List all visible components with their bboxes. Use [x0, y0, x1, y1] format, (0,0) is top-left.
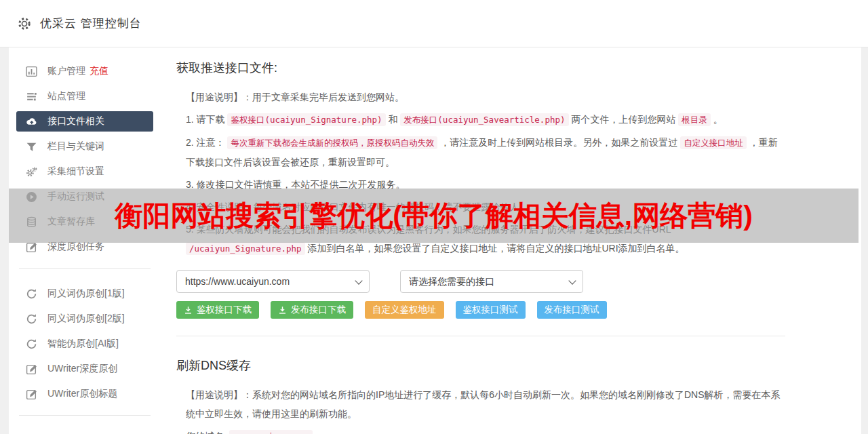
button-label: 鉴权接口测试 — [463, 304, 518, 316]
sidebar-item-ai-rewrite[interactable]: 智能伪原创[AI版] — [16, 334, 153, 354]
top-navbar: 优采云 管理控制台 — [0, 0, 868, 47]
database-icon — [26, 216, 37, 228]
gear-icon — [17, 16, 32, 31]
publish-interface-download-button[interactable]: 发布接口下载 — [271, 301, 353, 319]
bar-chart-icon — [26, 66, 37, 77]
download-icon — [184, 306, 193, 315]
section-divider — [176, 336, 785, 336]
sidebar-item-columns-keywords[interactable]: 栏目与关键词 — [16, 136, 153, 157]
auth-interface-test-button[interactable]: 鉴权接口测试 — [456, 301, 526, 319]
sidebar-divider — [19, 415, 151, 416]
sidebar-item-label: 手动运行测试 — [47, 191, 104, 203]
step-1: 1. 请下载 鉴权接口(ucaiyun_Signature.php) 和 发布接… — [186, 110, 785, 130]
button-label: 自定义鉴权地址 — [372, 304, 437, 316]
auth-interface-download-button[interactable]: 鉴权接口下载 — [176, 301, 259, 319]
api-select-wrap: 请选择您需要的接口 — [400, 270, 583, 293]
cloud-upload-icon — [26, 116, 37, 127]
sidebar-item-account[interactable]: 账户管理 充值 — [16, 61, 153, 81]
play-circle-icon — [26, 191, 37, 203]
sidebar-item-label: 智能伪原创[AI版] — [47, 338, 119, 350]
section-title-interface: 获取推送接口文件: — [176, 60, 785, 76]
select-row: https://www.ucaiyun.com 请选择您需要的接口 — [176, 270, 785, 293]
sidebar-item-uwriter-title[interactable]: UWriter原创标题 — [16, 384, 153, 404]
sidebar-item-label: 同义词伪原创[1版] — [47, 288, 125, 300]
dns-usage-note: 【用途说明】：系统对您的网站域名所指向的IP地址进行了缓存，默认每6小时自动刷新… — [186, 385, 785, 423]
custom-auth-address-button[interactable]: 自定义鉴权地址 — [365, 301, 444, 319]
sidebar-item-synonym-v2[interactable]: 同义词伪原创[2版] — [16, 309, 153, 329]
step-3: 3. 修改接口文件请慎重，本站不提供二次开发服务。 — [186, 175, 785, 194]
step-2: 2. 注意： 每次重新下载都会生成新的授权码，原授权码自动失效 ，请注意及时上传… — [186, 133, 785, 172]
sidebar-item-synonym-v1[interactable]: 同义词伪原创[1版] — [16, 283, 153, 304]
app-title: 优采云 管理控制台 — [40, 16, 142, 31]
sidebar-item-manual-test[interactable]: 手动运行测试 — [16, 186, 153, 207]
sidebar-item-label: 站点管理 — [47, 90, 85, 102]
refresh-icon — [26, 288, 37, 300]
site-select-wrap: https://www.ucaiyun.com — [176, 270, 370, 293]
api-select[interactable]: 请选择您需要的接口 — [400, 270, 583, 293]
section-title-dns: 刷新DNS缓存 — [176, 357, 785, 374]
funnel-icon — [26, 141, 37, 153]
pen-square-icon — [26, 363, 37, 375]
sidebar-item-label: UWriter深度原创 — [47, 363, 117, 375]
sidebar-item-label: 接口文件相关 — [47, 115, 104, 127]
usage-note: 【用途说明】：用于文章采集完毕后发送到您网站。 — [186, 87, 785, 106]
sidebar-item-collection-settings[interactable]: 采集细节设置 — [16, 161, 153, 182]
sidebar-item-uwriter-deep[interactable]: UWriter深度原创 — [16, 359, 153, 379]
button-label: 发布接口测试 — [545, 304, 599, 316]
sidebar: 账户管理 充值 站点管理 接口文件相关 栏目与关键词 采集细节设置 — [9, 47, 168, 434]
button-row: 鉴权接口下载 发布接口下载 自定义鉴权地址 鉴权接口测试 发布接口测试 — [176, 301, 785, 319]
sidebar-divider — [19, 268, 151, 269]
publish-interface-test-button[interactable]: 发布接口测试 — [537, 301, 607, 319]
sidebar-item-public-lexicon[interactable]: 公有词库查询 — [16, 431, 153, 434]
step-4: 4. 安全性说明：每个域名对应的接口文件内有唯一的授权码，请不要泄露给他人。 — [186, 197, 785, 216]
pen-square-icon — [26, 389, 37, 400]
sidebar-item-label: 文章暂存库 — [47, 216, 95, 228]
download-icon — [278, 306, 287, 315]
sidebar-item-label: 采集细节设置 — [47, 165, 104, 178]
sidebar-item-label: UWriter原创标题 — [47, 388, 117, 400]
main-content: 获取推送接口文件: 【用途说明】：用于文章采集完毕后发送到您网站。 1. 请下载… — [168, 47, 861, 434]
button-label: 鉴权接口下载 — [197, 304, 252, 316]
site-select[interactable]: https://www.ucaiyun.com — [176, 270, 370, 293]
step-5: 5. 某些防火墙规则可能会把我们的自动发布误认为是黑客行为，如果您的服务器开启了… — [186, 220, 785, 258]
gears-icon — [26, 166, 37, 178]
content-card: 账户管理 充值 站点管理 接口文件相关 栏目与关键词 采集细节设置 — [9, 47, 861, 434]
pen-square-icon — [26, 241, 37, 253]
site-list-icon — [26, 91, 37, 102]
your-domain-line: 您的域名: www.ucaiyun.com — [186, 427, 785, 434]
sidebar-item-label: 栏目与关键词 — [47, 140, 104, 153]
refresh-icon — [26, 338, 37, 350]
sidebar-item-label: 账户管理 — [47, 65, 85, 77]
sidebar-item-deep-original[interactable]: 深度原创任务 — [16, 237, 153, 257]
sidebar-item-label: 同义词伪原创[2版] — [47, 313, 125, 325]
button-label: 发布接口下载 — [291, 304, 346, 316]
sidebar-item-label: 深度原创任务 — [47, 241, 104, 253]
refresh-icon — [26, 313, 37, 325]
sidebar-item-article-cache[interactable]: 文章暂存库 — [16, 212, 153, 232]
sidebar-item-sites[interactable]: 站点管理 — [16, 86, 153, 106]
recharge-link[interactable]: 充值 — [90, 65, 108, 77]
sidebar-item-interface-files[interactable]: 接口文件相关 — [16, 111, 153, 132]
